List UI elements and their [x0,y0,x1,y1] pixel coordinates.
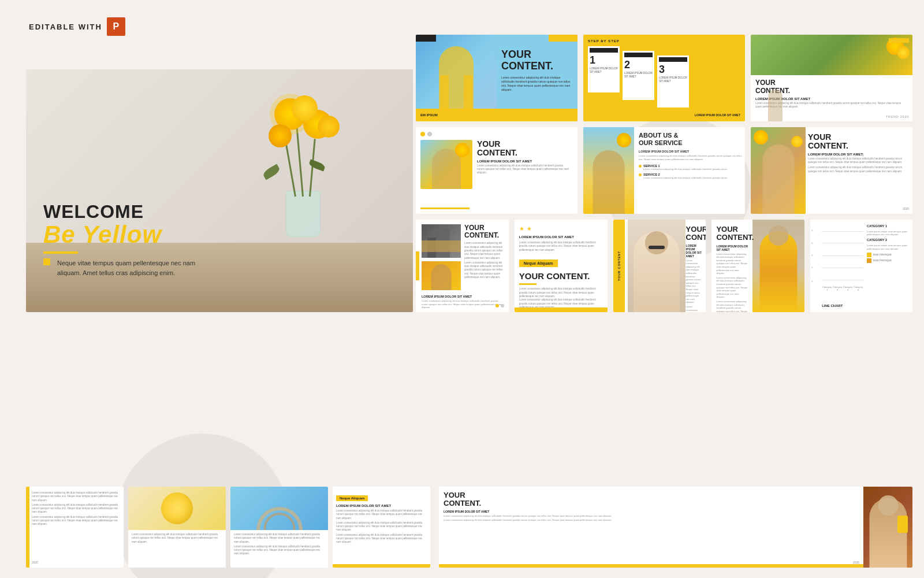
service-1-row: SERVICE 1 Lorem consectetur adipiscing e… [639,164,743,171]
lorem-outfit-body3: Lorem consectetur adipiscing elit duis t… [716,300,748,312]
person-sunglasses-photo [628,220,685,312]
lemon-circle [161,492,193,524]
welcome-heading: WELCOME [43,201,202,223]
slide-sunflower-content[interactable]: YOURCONTENT. LOREM IPSUM DOLOR SIT AMET … [416,127,578,214]
cat-desc-1: Lorem ipsum neque vitae tempus quam pell… [867,230,910,236]
person-head [645,231,668,254]
arch-lorem: Lorem consectetur adipiscing elit duis t… [234,533,325,544]
lorem-tag-body: Lorem consectetur adipiscing elit duis t… [519,241,603,252]
legend-orange [867,258,871,263]
tag-lorem-body3: Lorem consectetur adipiscing elit duis t… [336,533,427,544]
slide-person-yellow[interactable]: YOUR CONTENT YOURCONTENT. LOREM IPSUM DO… [613,220,706,312]
sunflower-right2 [791,136,803,147]
editable-label: EDITABLE WITH [29,23,102,31]
lorem-tag-label: LOREM IPSUM DOLOR SIT AMET [519,235,603,239]
bottom-slide-1-content: Lorem consectetur adipiscing elit duis t… [32,491,120,527]
dot-b1 [495,304,499,307]
x-label-4: Category 4 [853,286,863,291]
legend-row-2: DUIS TRISTIQUE [867,258,910,263]
side-text: YOUR CONTENT [617,251,621,281]
grid-line-3 [822,243,863,243]
yellow-square [43,258,50,265]
outfit-head [769,225,789,246]
slide-your-content-photo[interactable]: YOURCONTENT. LOREM IPSUM DOLOR SIT AMET … [751,35,912,121]
arch-text: Lorem consectetur adipiscing elit duis t… [230,530,328,559]
yellow-side-strip: YOUR CONTENT [613,220,625,312]
header: EDITABLE WITH P [29,17,125,36]
service1-dot [639,165,642,168]
bottom-label: EM IPSUM [420,113,438,117]
bottom-slides-row: Lorem consectetur adipiscing elit duis t… [26,487,430,568]
lorem-outfit-body: Lorem consectetur adipiscing elit duis t… [716,253,748,275]
y-label-8: 8 [811,229,813,232]
service2-content: SERVICE 2 Lorem consectetur adipiscing e… [643,173,728,179]
lemon-photo [128,487,226,530]
lorem-sunflower-body: Lorem consectetur adipiscing elit duis t… [477,164,571,175]
slide-chart[interactable]: 0 2 4 6 8 [810,220,912,312]
bottom-slide-4[interactable]: Neque Aliquam LOREM IPSUM DOLOR SIT AMET… [333,487,430,568]
slide-your-content-cyan[interactable]: YOURCONTENT. Lorem consectetur adipiscin… [416,35,578,121]
tag-lorem-label: LOREM IPSUM DOLOR SIT AMET [336,504,427,507]
slide-yellow-outfit[interactable]: YOURCONTENT. LOREM IPSUM DOLOR SIT AMET … [711,220,804,312]
lorem-outfit-label: LOREM IPSUM DOLOR SIT AMET [716,244,748,251]
cat-label-2: CATEGORY 2 [867,238,910,242]
arch-photo [230,487,328,530]
slide-about-us[interactable]: ABOUT US &OUR SERVICE LOREM IPSUM DOLOR … [583,127,745,214]
step-card-1: 1 LOREM IPSUM DOLOR SIT AMET [588,46,620,92]
star-2: ★ [527,225,532,232]
tag-lorem-body2: Lorem consectetur adipiscing elit duis t… [336,521,427,532]
x-labels: Category 1 Category 2 Category 3 Categor… [822,286,863,291]
legend-label-1: DUIS TRISTIQUE [873,253,892,256]
sunflower-right [754,130,768,144]
y-label-2: 2 [811,266,813,269]
your-content-sunflower: YOURCONTENT. [477,140,571,158]
woman-phone-photo [863,487,912,568]
tag-slide-content: Neque Aliquam LOREM IPSUM DOLOR SIT AMET… [333,487,430,549]
service2-dot [639,173,642,176]
grid-line-0 [822,280,863,280]
slide-steps[interactable]: STEP BY STEP 1 LOREM IPSUM DOLOR SIT AME… [583,35,745,121]
about-lorem-body: Lorem consectetur adipiscing elit duis t… [639,154,743,161]
step-cards: 1 LOREM IPSUM DOLOR SIT AMET 2 LOREM IPS… [588,46,689,108]
slide-lorem-yellow-tag[interactable]: ★ ★ LOREM IPSUM DOLOR SIT AMET Lorem con… [515,220,608,312]
yellow-bottom-full [515,307,608,312]
right-photo-area [751,127,806,214]
neque-tag-sm: Neque Aliquam [336,495,368,501]
outdoor-person [431,264,452,290]
your-content-outfit: YOURCONTENT. [716,225,748,242]
your-content-person: YOURCONTENT. [686,225,703,242]
x-label-1: Category 1 [822,286,832,291]
step-black-3 [659,57,687,62]
bottom1-lorem3: Lorem consectetur adipiscing elit duis t… [32,516,120,527]
service-2-row: SERVICE 2 Lorem consectetur adipiscing e… [639,173,743,179]
slide-two-photos[interactable]: YOURCONTENT. Lorem consectetur adipiscin… [416,220,509,312]
year-label: 2020 [903,207,909,210]
cat-label-1: CATEGORY 1 [867,224,910,228]
step-by-step-label: STEP BY STEP [588,39,689,43]
grid-line-1 [822,268,863,268]
chart-legend: CATEGORY 1 Lorem ipsum neque vitae tempu… [867,224,910,263]
yellow-left-strip [26,487,29,568]
chart-area: 0 2 4 6 8 [822,231,863,280]
grid-line-2 [822,255,863,256]
bottom-slide-1[interactable]: Lorem consectetur adipiscing elit duis t… [26,487,124,568]
yellow-left-accent [416,251,419,280]
content-body: Lorem consectetur adipiscing elit duis t… [501,76,573,92]
slide-woman-phone[interactable]: YOURCONTENT. LOREM IPSUM DOLOR SIT AMET … [439,487,912,568]
slides-row-2: YOURCONTENT. LOREM IPSUM DOLOR SIT AMET … [416,127,912,214]
woman-phone-head [878,495,898,516]
sunflower-field-photo [751,35,912,75]
bottom-slide-2[interactable]: Lorem consectetur adipiscing elit duis t… [128,487,226,568]
step-card-3: 3 LOREM IPSUM DOLOR SIT AMET [657,55,689,108]
slide-your-content-right[interactable]: YOURCONTENT. LOREM IPSUM DOLOR SIT AMET:… [751,127,912,214]
cat-desc-2: Lorem ipsum neque vitae tempus quam pell… [867,244,910,250]
bottom1-lorem: Lorem consectetur adipiscing elit duis t… [32,491,120,502]
lorem-label-steps: LOREM IPSUM DOLOR SIT AMET [695,113,740,117]
lorem-right-body2: Lorem consectetur adipiscing elit duis t… [808,166,906,173]
lorem-person-label: LOREM IPSUM DOLOR SIT AMET [686,244,703,258]
x-label-3: Category 3 [843,286,853,291]
step-black-2 [624,53,653,57]
bottom-slide-3[interactable]: Lorem consectetur adipiscing elit duis t… [230,487,328,568]
woman-phone-text: YOURCONTENT. LOREM IPSUM DOLOR SIT AMET … [444,491,863,522]
main-slide-text: WELCOME Be Yellow Neque vitae tempus qua… [43,201,202,277]
